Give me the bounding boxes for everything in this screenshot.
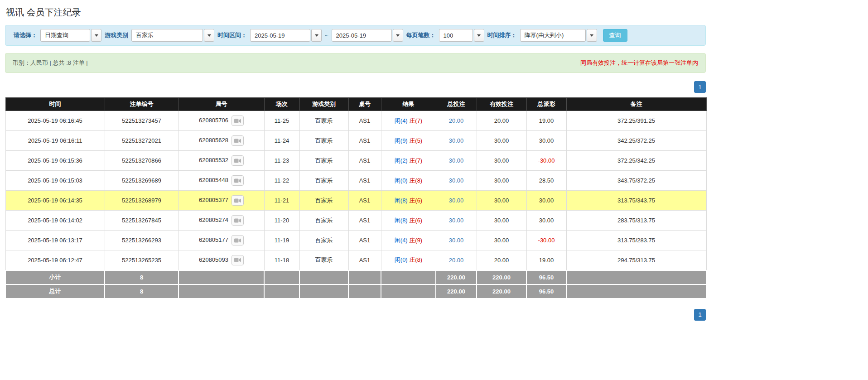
game-type-cell: 百家乐 [299,171,348,191]
chevron-down-icon[interactable] [587,29,597,42]
video-replay-button[interactable] [231,155,244,166]
chevron-down-icon[interactable] [311,29,322,42]
valid-bet-cell: 30.00 [477,191,526,211]
total-bet-cell: 30.00 [436,151,477,171]
video-replay-icon [234,218,241,223]
note-cell: 313.75/283.75 [566,231,706,250]
video-replay-button[interactable] [231,115,244,126]
round-number: 620805177 [199,236,228,243]
round-number: 620805448 [199,177,228,183]
payout-cell: 19.00 [526,111,566,131]
search-button[interactable]: 查询 [603,29,627,42]
total-bet-link[interactable]: 30.00 [449,177,464,184]
video-replay-button[interactable] [231,135,244,146]
chevron-down-icon [590,34,593,37]
player-result: 闲(8) [395,217,408,224]
total-bet-cell: 30.00 [436,131,477,151]
banker-result: 庄(8) [409,177,422,184]
total-bet-link[interactable]: 30.00 [449,197,464,204]
total-row-cell: 8 [105,284,178,298]
video-replay-button[interactable] [231,235,244,245]
total-bet-link[interactable]: 30.00 [449,217,464,224]
payout-value: 30.00 [539,217,554,224]
payout-cell: 28.50 [526,171,566,191]
time-cell: 2025-05-19 06:16:45 [5,111,105,131]
session-cell: 11-19 [264,231,299,250]
column-header: 注单编号 [105,98,178,111]
query-type-combo[interactable]: 日期查询 [40,29,101,42]
banker-result: 庄(8) [409,256,422,263]
chevron-down-icon [477,34,481,37]
payout-value: 30.00 [539,137,554,144]
valid-bet-cell: 30.00 [477,131,526,151]
video-replay-button[interactable] [231,175,244,186]
chevron-down-icon[interactable] [393,29,403,42]
total-row-cell [264,284,299,298]
player-result: 闲(2) [395,157,408,164]
table-footer: 小计8220.00220.0096.50总计8220.00220.0096.50 [5,270,706,298]
table-number-cell: AS1 [348,250,381,270]
session-cell: 11-22 [264,171,299,191]
chevron-down-icon[interactable] [91,29,101,42]
game-type-combo[interactable]: 百家乐 [131,29,214,42]
date-from-input[interactable] [250,29,310,42]
column-header: 结果 [381,98,436,111]
video-replay-button[interactable] [231,215,244,226]
per-page-input[interactable] [439,29,473,42]
video-replay-icon [234,238,241,243]
round-cell: 620805177 [178,231,264,250]
date-from-combo[interactable] [250,29,322,42]
payout-value: 19.00 [539,117,554,124]
sort-value[interactable]: 降幂(由大到小) [520,29,586,42]
round-cell: 620805448 [178,171,264,191]
banker-result: 庄(6) [409,197,422,204]
video-replay-icon [234,158,241,164]
date-to-input[interactable] [332,29,392,42]
player-result: 闲(0) [395,256,408,263]
game-type-value[interactable]: 百家乐 [131,29,203,42]
column-header: 总派彩 [526,98,566,111]
column-header: 局号 [178,98,264,111]
session-cell: 11-24 [264,131,299,151]
total-bet-link[interactable]: 20.00 [449,117,464,124]
select-label: 请选择： [14,31,37,39]
banker-result: 庄(7) [409,157,422,164]
payout-value: -30.00 [538,157,555,164]
date-to-combo[interactable] [332,29,403,42]
chevron-down-icon[interactable] [474,29,484,42]
page-button-1[interactable]: 1 [694,309,706,321]
page-button-1[interactable]: 1 [694,81,706,93]
column-header: 桌号 [348,98,381,111]
table-header: 时间注单编号局号场次游戏类别桌号结果总投注有效投注总派彩备注 [5,98,706,111]
total-row-cell: 总计 [5,284,105,298]
sort-combo[interactable]: 降幂(由大到小) [520,29,597,42]
banker-result: 庄(9) [409,237,422,244]
banker-result: 庄(6) [409,217,422,224]
video-replay-button[interactable] [231,195,244,206]
table-row: 2025-05-19 06:14:02522513267845620805274… [5,211,706,231]
total-bet-cell: 30.00 [436,211,477,231]
total-bet-cell: 20.00 [436,250,477,270]
query-type-value[interactable]: 日期查询 [40,29,90,42]
bet-id-cell: 522513266293 [105,231,178,250]
subtotal-row-cell [381,270,436,284]
subtotal-row-cell: 8 [105,270,178,284]
total-bet-link[interactable]: 30.00 [449,137,464,144]
table-number-cell: AS1 [348,131,381,151]
session-cell: 11-20 [264,211,299,231]
subtotal-row-cell [566,270,706,284]
total-bet-link[interactable]: 30.00 [449,157,464,164]
payout-cell: 30.00 [526,191,566,211]
total-bet-link[interactable]: 30.00 [449,237,464,244]
chevron-down-icon[interactable] [204,29,214,42]
video-replay-button[interactable] [231,255,244,265]
game-type-cell: 百家乐 [299,211,348,231]
subtotal-row-cell [178,270,264,284]
valid-bet-cell: 30.00 [477,231,526,250]
table-row: 2025-05-19 06:15:36522513270866620805532… [5,151,706,171]
result-cell: 闲(2) 庄(7) [381,151,436,171]
total-bet-link[interactable]: 20.00 [449,257,464,264]
result-cell: 闲(8) 庄(6) [381,211,436,231]
per-page-combo[interactable] [439,29,484,42]
banker-result: 庄(7) [409,117,422,124]
